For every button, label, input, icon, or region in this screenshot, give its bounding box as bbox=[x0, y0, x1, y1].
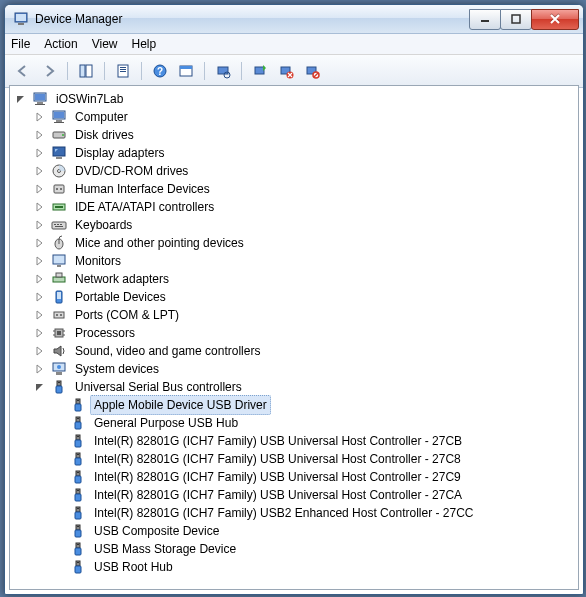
expander-icon[interactable] bbox=[33, 200, 47, 214]
sound-icon bbox=[51, 343, 67, 359]
expander-icon[interactable] bbox=[33, 380, 47, 394]
scan-hardware-button[interactable] bbox=[211, 59, 235, 83]
network-icon bbox=[51, 271, 67, 287]
tree-item-label: USB Mass Storage Device bbox=[90, 539, 240, 559]
tree-category[interactable]: Disk drives bbox=[14, 126, 578, 144]
menu-help[interactable]: Help bbox=[132, 37, 157, 51]
tree-item-label: Keyboards bbox=[71, 215, 136, 235]
tree-device[interactable]: Intel(R) 82801G (ICH7 Family) USB Univer… bbox=[14, 432, 578, 450]
expander-icon[interactable] bbox=[33, 326, 47, 340]
forward-button[interactable] bbox=[37, 59, 61, 83]
tree-root[interactable]: iOSWin7Lab bbox=[14, 90, 578, 108]
svg-rect-76 bbox=[76, 435, 80, 440]
help-button[interactable]: ? bbox=[148, 59, 172, 83]
tree-category[interactable]: Network adapters bbox=[14, 270, 578, 288]
back-button[interactable] bbox=[11, 59, 35, 83]
svg-rect-85 bbox=[76, 489, 80, 494]
expander-icon[interactable] bbox=[33, 290, 47, 304]
tree-device[interactable]: Apple Mobile Device USB Driver bbox=[14, 396, 578, 414]
tree-category[interactable]: Display adapters bbox=[14, 144, 578, 162]
update-driver-button[interactable] bbox=[248, 59, 272, 83]
tree-item-label: Display adapters bbox=[71, 143, 168, 163]
svg-rect-55 bbox=[54, 312, 64, 318]
close-button[interactable] bbox=[531, 9, 579, 30]
expander-icon[interactable] bbox=[33, 344, 47, 358]
toolbar-separator bbox=[104, 62, 105, 80]
menubar: File Action View Help bbox=[5, 34, 583, 55]
show-hide-tree-button[interactable] bbox=[74, 59, 98, 83]
action-button[interactable] bbox=[174, 59, 198, 83]
expander-icon[interactable] bbox=[33, 308, 47, 322]
minimize-button[interactable] bbox=[469, 9, 501, 30]
tree-category[interactable]: Keyboards bbox=[14, 216, 578, 234]
tree-device[interactable]: USB Root Hub bbox=[14, 558, 578, 576]
svg-rect-75 bbox=[75, 422, 81, 429]
svg-rect-5 bbox=[80, 65, 85, 77]
tree-device[interactable]: Intel(R) 82801G (ICH7 Family) USB Univer… bbox=[14, 468, 578, 486]
tree-device[interactable]: Intel(R) 82801G (ICH7 Family) USB Univer… bbox=[14, 486, 578, 504]
tree-item-label: Universal Serial Bus controllers bbox=[71, 377, 246, 397]
tree-item-label: Intel(R) 82801G (ICH7 Family) USB Univer… bbox=[90, 449, 465, 469]
tree-device[interactable]: General Purpose USB Hub bbox=[14, 414, 578, 432]
svg-rect-6 bbox=[86, 65, 92, 77]
expander-icon[interactable] bbox=[33, 164, 47, 178]
svg-rect-88 bbox=[76, 507, 80, 512]
tree-category[interactable]: Computer bbox=[14, 108, 578, 126]
uninstall-button[interactable] bbox=[274, 59, 298, 83]
device-tree: iOSWin7LabComputerDisk drivesDisplay ada… bbox=[10, 86, 578, 580]
menu-view[interactable]: View bbox=[92, 37, 118, 51]
ide-icon bbox=[51, 199, 67, 215]
tree-item-label: Intel(R) 82801G (ICH7 Family) USB Univer… bbox=[90, 467, 465, 487]
svg-rect-42 bbox=[52, 222, 66, 229]
expander-icon[interactable] bbox=[33, 272, 47, 286]
expander-icon[interactable] bbox=[33, 128, 47, 142]
svg-rect-33 bbox=[53, 147, 65, 156]
tree-category-usb[interactable]: Universal Serial Bus controllers bbox=[14, 378, 578, 396]
svg-text:?: ? bbox=[157, 66, 163, 77]
system-icon bbox=[51, 361, 67, 377]
toolbar-separator bbox=[204, 62, 205, 80]
expander-icon[interactable] bbox=[33, 182, 47, 196]
tree-item-label: USB Root Hub bbox=[90, 557, 177, 577]
tree-category[interactable]: Portable Devices bbox=[14, 288, 578, 306]
tree-category[interactable]: Ports (COM & LPT) bbox=[14, 306, 578, 324]
tree-scroll[interactable]: iOSWin7LabComputerDisk drivesDisplay ada… bbox=[10, 86, 578, 589]
svg-rect-26 bbox=[35, 104, 45, 105]
tree-device[interactable]: Intel(R) 82801G (ICH7 Family) USB2 Enhan… bbox=[14, 504, 578, 522]
usb-icon bbox=[70, 541, 86, 557]
tree-category[interactable]: IDE ATA/ATAPI controllers bbox=[14, 198, 578, 216]
tree-device[interactable]: USB Mass Storage Device bbox=[14, 540, 578, 558]
svg-point-66 bbox=[57, 365, 61, 369]
expander-icon[interactable] bbox=[33, 146, 47, 160]
tree-category[interactable]: Human Interface Devices bbox=[14, 180, 578, 198]
expander-icon[interactable] bbox=[14, 92, 28, 106]
svg-rect-99 bbox=[75, 566, 81, 573]
tree-category[interactable]: Processors bbox=[14, 324, 578, 342]
maximize-button[interactable] bbox=[500, 9, 532, 30]
tree-category[interactable]: Sound, video and game controllers bbox=[14, 342, 578, 360]
expander-icon[interactable] bbox=[33, 236, 47, 250]
tree-device[interactable]: Intel(R) 82801G (ICH7 Family) USB Univer… bbox=[14, 450, 578, 468]
svg-rect-3 bbox=[481, 20, 489, 22]
expander-icon[interactable] bbox=[33, 362, 47, 376]
svg-rect-97 bbox=[76, 561, 80, 566]
properties-button[interactable] bbox=[111, 59, 135, 83]
tree-category[interactable]: Mice and other pointing devices bbox=[14, 234, 578, 252]
svg-rect-78 bbox=[75, 440, 81, 447]
tree-category[interactable]: DVD/CD-ROM drives bbox=[14, 162, 578, 180]
tree-category[interactable]: Monitors bbox=[14, 252, 578, 270]
expander-icon[interactable] bbox=[33, 110, 47, 124]
app-icon bbox=[13, 11, 29, 27]
disk-icon bbox=[51, 127, 67, 143]
tree-category[interactable]: System devices bbox=[14, 360, 578, 378]
toolbar-separator bbox=[141, 62, 142, 80]
titlebar[interactable]: Device Manager bbox=[5, 5, 583, 34]
menu-file[interactable]: File bbox=[11, 37, 30, 51]
disable-button[interactable] bbox=[300, 59, 324, 83]
svg-rect-91 bbox=[76, 525, 80, 530]
expander-icon[interactable] bbox=[33, 218, 47, 232]
tree-device[interactable]: USB Composite Device bbox=[14, 522, 578, 540]
expander-icon[interactable] bbox=[33, 254, 47, 268]
usb-icon bbox=[70, 523, 86, 539]
menu-action[interactable]: Action bbox=[44, 37, 77, 51]
